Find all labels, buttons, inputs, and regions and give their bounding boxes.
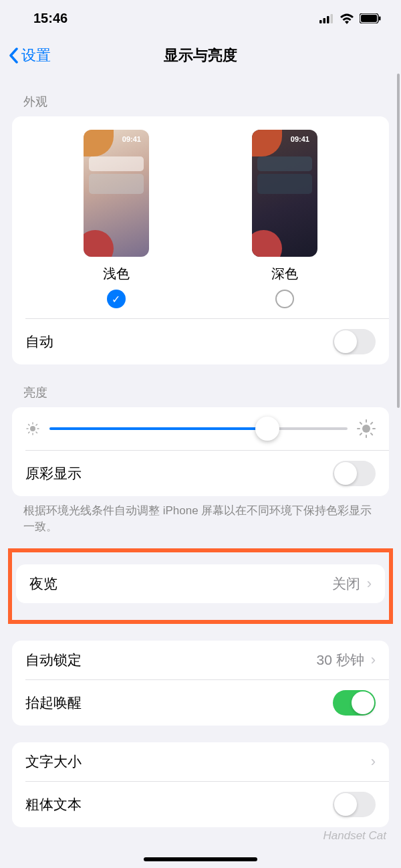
auto-appearance-row[interactable]: 自动 [12,319,389,364]
scrollbar[interactable] [397,74,400,408]
bold-text-label: 粗体文本 [25,795,333,814]
svg-line-24 [371,423,372,424]
svg-line-21 [360,423,362,424]
light-label: 浅色 [41,265,192,283]
raise-to-wake-row[interactable]: 抬起唤醒 [12,680,389,726]
svg-line-14 [29,432,29,433]
night-shift-value: 关闭 [332,574,360,593]
chevron-right-icon: › [367,575,372,592]
light-preview: 09:41 [84,130,149,257]
text-card: 文字大小 › 粗体文本 [12,742,389,827]
status-time: 15:46 [33,11,68,26]
home-indicator[interactable] [144,857,257,861]
svg-rect-3 [331,14,333,23]
dark-preview: 09:41 [252,130,317,257]
svg-rect-1 [323,18,326,23]
check-icon: ✓ [112,293,120,306]
svg-line-23 [360,433,362,435]
raise-to-wake-toggle[interactable] [333,690,376,716]
auto-lock-row[interactable]: 自动锁定 30 秒钟 › [12,641,389,679]
highlight-annotation: 夜览 关闭 › [8,548,393,624]
svg-point-7 [30,426,35,431]
auto-lock-label: 自动锁定 [25,651,316,669]
chevron-left-icon [8,47,19,64]
signal-icon [319,14,334,23]
night-shift-card: 夜览 关闭 › [16,564,385,603]
svg-rect-2 [327,16,329,23]
dark-label: 深色 [209,265,361,283]
chevron-right-icon: › [371,753,376,770]
true-tone-row[interactable]: 原彩显示 [12,451,389,496]
dark-radio[interactable] [275,290,294,308]
appearance-light-option[interactable]: 09:41 浅色 ✓ [41,130,192,308]
brightness-header: 亮度 [0,364,401,407]
sun-large-icon [357,419,376,438]
battery-icon [360,13,381,23]
raise-to-wake-label: 抬起唤醒 [25,693,333,712]
text-size-label: 文字大小 [25,752,367,771]
appearance-card: 09:41 浅色 ✓ 09:41 深色 自动 [12,116,389,364]
svg-rect-0 [319,20,322,23]
bold-text-toggle[interactable] [333,792,376,817]
back-label: 设置 [21,45,51,66]
svg-point-16 [362,425,370,433]
back-button[interactable]: 设置 [8,45,51,66]
status-icons [319,13,381,24]
svg-line-15 [36,425,37,425]
slider-thumb[interactable] [255,417,279,441]
svg-line-22 [371,433,372,435]
watermark: Handset Cat [323,829,387,843]
auto-lock-value: 30 秒钟 [316,651,364,669]
appearance-dark-option[interactable]: 09:41 深色 [209,130,361,308]
sun-small-icon [25,421,40,436]
status-bar: 15:46 [0,0,401,37]
true-tone-label: 原彩显示 [25,464,333,483]
true-tone-toggle[interactable] [333,461,376,486]
brightness-slider-row [12,407,389,450]
brightness-slider[interactable] [49,427,348,430]
appearance-header: 外观 [0,74,401,116]
light-radio[interactable]: ✓ [107,290,126,308]
page-title: 显示与亮度 [0,45,401,66]
night-shift-row[interactable]: 夜览 关闭 › [16,564,385,603]
night-shift-label: 夜览 [29,574,332,593]
wifi-icon [340,13,354,24]
auto-toggle[interactable] [333,329,376,354]
true-tone-footer: 根据环境光线条件自动调整 iPhone 屏幕以在不同环境下保持色彩显示一致。 [0,496,401,535]
svg-line-13 [36,432,37,433]
svg-line-12 [29,425,29,425]
text-size-row[interactable]: 文字大小 › [12,742,389,781]
svg-rect-5 [361,15,377,22]
chevron-right-icon: › [371,651,376,669]
nav-bar: 设置 显示与亮度 [0,37,401,74]
bold-text-row[interactable]: 粗体文本 [12,782,389,827]
auto-label: 自动 [25,332,333,351]
lock-card: 自动锁定 30 秒钟 › 抬起唤醒 [12,641,389,726]
svg-rect-6 [379,17,381,21]
brightness-card: 原彩显示 [12,407,389,496]
